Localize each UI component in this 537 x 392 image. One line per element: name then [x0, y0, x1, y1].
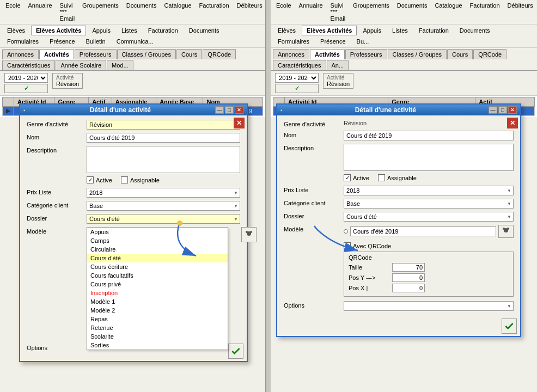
dropdown-item-cours-prive[interactable]: Cours privé: [87, 280, 228, 289]
modele-icon-btn[interactable]: [241, 227, 257, 242]
right-options-select[interactable]: [344, 301, 514, 311]
right-dossier-select[interactable]: Cours d'été: [344, 212, 514, 222]
right-description-input[interactable]: [344, 144, 514, 171]
ok-button-left[interactable]: [228, 344, 243, 359]
toolbar-listes[interactable]: Listes: [117, 26, 142, 35]
active-checkbox[interactable]: [87, 176, 94, 183]
toolbar-eleves[interactable]: Elèves: [2, 26, 30, 35]
right-nom-input[interactable]: [344, 131, 514, 140]
genre-input[interactable]: [87, 120, 240, 130]
toolbar-documents[interactable]: Documents: [184, 26, 224, 35]
right-assignable-checkbox-item[interactable]: Assignable: [378, 174, 417, 181]
right-menu-documents[interactable]: Documents: [394, 1, 431, 23]
toolbar-facturation[interactable]: Facturation: [143, 26, 183, 35]
right-toolbar-presence[interactable]: Présence: [315, 36, 350, 46]
right-prix-select[interactable]: 2018: [344, 186, 514, 195]
right-toolbar-formulaires[interactable]: Formulaires: [273, 36, 314, 46]
taille-input[interactable]: [392, 263, 425, 272]
assignable-checkbox-item[interactable]: Assignable: [121, 176, 160, 183]
right-modele-radio[interactable]: [344, 229, 348, 234]
right-tab-annonces[interactable]: Annonces: [273, 49, 309, 59]
year-select-left[interactable]: 2019 - 2020: [4, 73, 48, 83]
dropdown-item-appuis[interactable]: Appuis: [87, 228, 228, 236]
dropdown-item-modele1[interactable]: Modèle 1: [87, 297, 228, 306]
toolbar-presence[interactable]: Présence: [45, 36, 80, 46]
save-button-left[interactable]: ✓: [4, 84, 48, 93]
right-toolbar-appuis[interactable]: Appuis: [358, 26, 386, 35]
toolbar-appuis[interactable]: Appuis: [87, 26, 115, 35]
tab-caracteristiques[interactable]: Caractéristiques: [2, 60, 55, 70]
right-modele-input[interactable]: [350, 226, 496, 236]
assignable-checkbox[interactable]: [121, 176, 128, 183]
right-close-button[interactable]: ✕: [508, 106, 517, 114]
menu-ecole[interactable]: Ecole: [2, 1, 24, 23]
right-menu-groupements[interactable]: Groupements: [350, 1, 393, 23]
tab-classes-groupes[interactable]: Classes / Groupes: [117, 49, 176, 59]
right-modele-icon-btn[interactable]: [498, 225, 514, 238]
right-active-checkbox[interactable]: [344, 174, 351, 181]
right-tab-activites[interactable]: Activités: [310, 49, 345, 59]
right-tab-cours[interactable]: Cours: [447, 49, 473, 59]
toolbar-bulletin[interactable]: Bulletin: [81, 36, 111, 46]
right-categorie-select[interactable]: Base: [344, 199, 514, 209]
right-tab-professeurs[interactable]: Professeurs: [345, 49, 387, 59]
tab-annonces[interactable]: Annonces: [2, 49, 39, 59]
tab-mod[interactable]: Mod...: [107, 60, 133, 70]
dropdown-item-inscription[interactable]: Inscription: [87, 289, 228, 297]
right-menu-ecole[interactable]: Ecole: [273, 1, 295, 23]
dropdown-item-retenue[interactable]: Retenue: [87, 323, 228, 332]
pos-y-input[interactable]: [392, 273, 425, 282]
menu-annuaire[interactable]: Annuaire: [25, 1, 56, 23]
right-toolbar-eleves[interactable]: Elèves: [273, 26, 301, 35]
right-toolbar-listes[interactable]: Listes: [387, 26, 413, 35]
toolbar-formulaires[interactable]: Formulaires: [2, 36, 44, 46]
menu-documents[interactable]: Documents: [123, 1, 160, 23]
dropdown-item-modele2[interactable]: Modèle 2: [87, 306, 228, 315]
right-menu-debiteurs[interactable]: Débiteurs: [504, 1, 536, 23]
close-x-button-left[interactable]: ✕: [234, 118, 245, 128]
right-maximize-button[interactable]: □: [498, 106, 507, 114]
right-tab-classes-groupes[interactable]: Classes / Groupes: [388, 49, 447, 59]
right-active-checkbox-item[interactable]: Active: [344, 174, 369, 181]
right-menu-suivi[interactable]: Suivi *** Email: [327, 1, 349, 23]
avec-qrcode-checkbox[interactable]: [344, 242, 351, 249]
right-minimize-button[interactable]: —: [489, 106, 497, 114]
right-toolbar-bu[interactable]: Bu...: [352, 36, 374, 46]
toolbar-eleves-activites[interactable]: Elèves Activités: [31, 26, 86, 35]
right-assignable-checkbox[interactable]: [378, 174, 385, 181]
dropdown-item-cours-facultatifs[interactable]: Cours facultatifs: [87, 271, 228, 280]
prix-select[interactable]: 2018: [87, 188, 240, 198]
right-menu-catalogue[interactable]: Catalogue: [431, 1, 465, 23]
tab-cours[interactable]: Cours: [176, 49, 202, 59]
dropdown-item-repas[interactable]: Repas: [87, 315, 228, 323]
right-year-select[interactable]: 2019 - 2020: [275, 73, 319, 83]
menu-catalogue[interactable]: Catalogue: [161, 1, 194, 23]
description-input[interactable]: [87, 146, 240, 173]
right-toolbar-documents[interactable]: Documents: [455, 26, 495, 35]
right-toolbar-eleves-activites[interactable]: Elèves Activités: [302, 26, 357, 35]
right-save-button[interactable]: ✓: [275, 84, 319, 93]
right-tab-qrcode[interactable]: QRCode: [473, 49, 507, 59]
right-close-x-button[interactable]: ✕: [507, 118, 518, 128]
toolbar-communica[interactable]: Communica...: [112, 36, 158, 46]
right-toolbar-facturation[interactable]: Facturation: [414, 26, 454, 35]
avec-qrcode-checkbox-item[interactable]: Avec QRCode: [344, 242, 514, 249]
pos-x-input[interactable]: [392, 284, 425, 292]
right-tab-an[interactable]: An...: [327, 60, 349, 70]
right-tab-caracteristiques[interactable]: Caractéristiques: [273, 60, 326, 70]
minimize-button-left[interactable]: —: [215, 106, 224, 114]
tab-annee-scolaire[interactable]: Année Scolaire: [56, 60, 106, 70]
dropdown-item-circulaire[interactable]: Circulaire: [87, 245, 228, 254]
menu-debiteurs[interactable]: Débiteurs: [234, 1, 266, 23]
dropdown-item-camps[interactable]: Camps: [87, 236, 228, 245]
dropdown-item-scolarite[interactable]: Scolarite: [87, 332, 228, 341]
tab-professeurs[interactable]: Professeurs: [75, 49, 117, 59]
right-ok-button[interactable]: [502, 318, 517, 334]
menu-suivi[interactable]: Suivi *** Email: [57, 1, 78, 23]
modele-dropdown-list[interactable]: Appuis Camps Circulaire Cours d'été Cour…: [87, 227, 228, 350]
right-menu-annuaire[interactable]: Annuaire: [296, 1, 326, 23]
menu-groupements[interactable]: Groupements: [79, 1, 122, 23]
tab-activites[interactable]: Activités: [39, 49, 74, 59]
tab-qrcode[interactable]: QRCode: [203, 49, 236, 59]
nom-input[interactable]: [87, 133, 240, 143]
